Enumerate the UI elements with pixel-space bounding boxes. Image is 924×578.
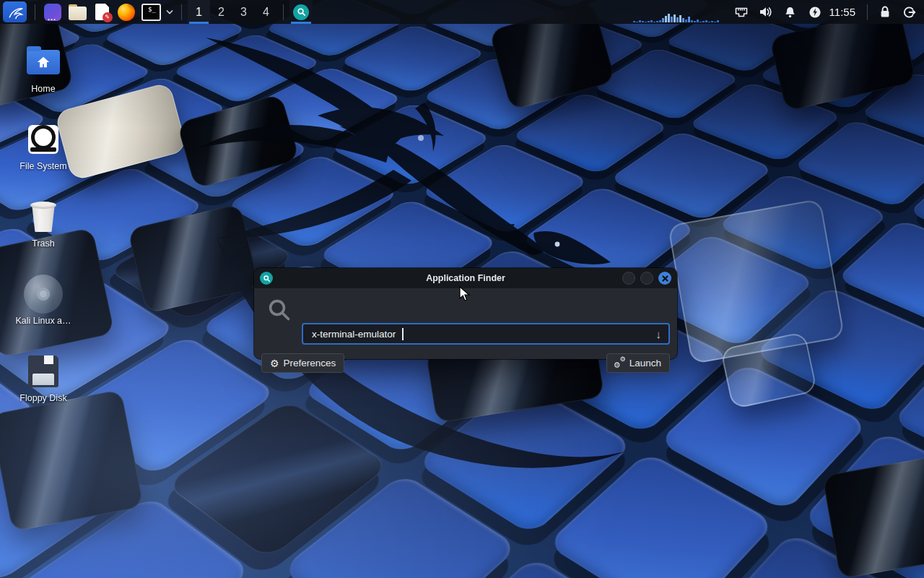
launcher-text-editor[interactable]: ✎: [90, 1, 113, 23]
desktop-icon-label: Home: [31, 84, 55, 94]
panel-separator: [867, 4, 868, 20]
search-icon: [267, 298, 292, 322]
panel-separator: [181, 4, 182, 20]
close-button[interactable]: [658, 272, 671, 285]
desktop: Home File System Trash Kali Linux a… Flo…: [0, 0, 924, 578]
workspace-button-4[interactable]: 4: [255, 0, 277, 24]
workspace-button-2[interactable]: 2: [210, 0, 232, 24]
launcher-firefox[interactable]: [115, 1, 138, 23]
document-icon: ✎: [95, 4, 109, 20]
cd-disc-icon: [24, 275, 63, 314]
power-bolt-icon: [808, 6, 821, 19]
launcher-files-app[interactable]: [41, 1, 64, 23]
desktop-icon-label: Kali Linux a…: [15, 316, 71, 326]
desktop-icon-label: Trash: [32, 238, 55, 249]
launch-button[interactable]: ⚙⚙ Launch: [606, 353, 670, 373]
terminal-dropdown-chevron[interactable]: [164, 1, 175, 23]
logout-button[interactable]: [898, 0, 921, 24]
kali-logo-icon: [6, 4, 24, 21]
window-controls: [622, 272, 671, 285]
floppy-disk-icon: [28, 355, 58, 387]
appfinder-panel-button[interactable]: [289, 0, 313, 24]
maximize-button[interactable]: [640, 272, 653, 285]
search-input-value: x-terminal-emulator: [312, 329, 396, 340]
dialog-body: x-terminal-emulator ↓ ⚙ Preferences ⚙⚙ L…: [254, 288, 677, 359]
workspace-switcher: 1 2 3 4: [188, 0, 277, 24]
search-icon: [293, 4, 309, 20]
launcher-terminal[interactable]: $_: [139, 1, 162, 23]
window-app-icon: [44, 4, 61, 21]
hard-drive-icon: [28, 125, 58, 154]
applications-menu-button[interactable]: [3, 1, 27, 22]
home-folder-icon: [27, 50, 60, 74]
desktop-icon-label: Floppy Disk: [19, 393, 66, 403]
lock-screen-button[interactable]: [873, 0, 897, 24]
workspace-button-1[interactable]: 1: [188, 0, 210, 24]
desktop-icon-label: File System: [19, 161, 66, 171]
preferences-button-label: Preferences: [284, 358, 336, 368]
logout-icon: [903, 6, 916, 19]
lock-icon: [879, 6, 891, 19]
window-titlebar[interactable]: Application Finder: [254, 268, 677, 288]
dropdown-arrow-icon[interactable]: ↓: [656, 328, 662, 340]
firefox-icon: [118, 4, 135, 21]
desktop-icon-kali-linux[interactable]: Kali Linux a…: [9, 269, 78, 347]
run-gears-icon: ⚙⚙: [615, 358, 625, 368]
desktop-icon-trash[interactable]: Trash: [9, 192, 78, 269]
trash-bin-icon: [30, 202, 56, 232]
power-manager-tray-button[interactable]: [803, 0, 827, 24]
volume-tray-button[interactable]: [754, 0, 777, 24]
clock[interactable]: 11:55: [828, 6, 861, 18]
speaker-icon: [759, 6, 772, 18]
folder-icon: [69, 7, 87, 20]
preferences-button[interactable]: ⚙ Preferences: [261, 353, 344, 373]
launch-button-label: Launch: [629, 358, 661, 368]
launcher-file-manager[interactable]: [66, 1, 89, 23]
panel-separator: [283, 4, 284, 20]
cpu-graph[interactable]: [633, 1, 721, 23]
gear-icon: ⚙: [270, 358, 279, 369]
desktop-icon-column: Home File System Trash Kali Linux a… Flo…: [9, 38, 78, 424]
search-input[interactable]: x-terminal-emulator ↓: [302, 323, 670, 345]
desktop-icon-file-system[interactable]: File System: [9, 115, 78, 192]
pencil-badge-icon: ✎: [103, 12, 113, 22]
window-title: Application Finder: [254, 268, 677, 288]
bell-icon: [784, 6, 796, 19]
workspace-button-3[interactable]: 3: [232, 0, 255, 24]
application-finder-window: Application Finder x-terminal-emulator ↓…: [254, 268, 677, 359]
panel-separator: [35, 4, 35, 20]
desktop-icon-floppy-disk[interactable]: Floppy Disk: [9, 347, 78, 424]
notifications-tray-button[interactable]: [779, 0, 802, 24]
appfinder-window-icon: [260, 272, 273, 285]
terminal-icon: $_: [141, 4, 161, 21]
close-icon: [662, 275, 668, 282]
wallpaper-glass-cube: [668, 199, 845, 364]
text-caret: [402, 328, 404, 340]
desktop-icon-home[interactable]: Home: [9, 38, 78, 115]
top-panel: ✎ $_ 1 2 3 4: [0, 0, 924, 24]
ethernet-icon: [734, 7, 749, 18]
chevron-down-icon: [166, 9, 173, 14]
minimize-button[interactable]: [622, 272, 635, 285]
network-tray-button[interactable]: [730, 0, 753, 24]
